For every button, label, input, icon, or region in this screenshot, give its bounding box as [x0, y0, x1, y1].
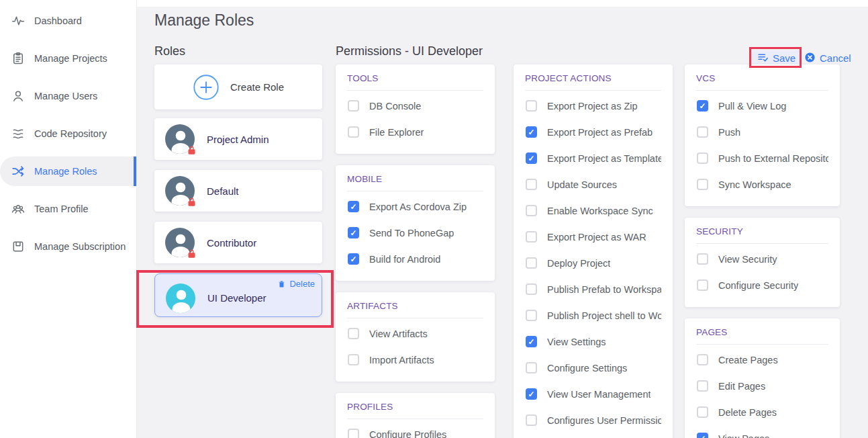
- stack-icon: [11, 127, 25, 140]
- sidebar-item-manage-projects[interactable]: Manage Projects: [0, 45, 136, 72]
- permission-label: Edit Pages: [718, 381, 765, 392]
- checkbox-configure-security[interactable]: [697, 279, 708, 291]
- permission-row-export-project-as-zip: Export Project as Zip: [525, 93, 661, 119]
- checkbox-publish-project-shell-to-wor[interactable]: [526, 310, 537, 321]
- checkbox-view-security[interactable]: [697, 253, 708, 265]
- permission-label: Export As Cordova Zip: [369, 202, 467, 212]
- create-role-label: Create Role: [230, 81, 284, 93]
- checkbox-export-project-as-zip[interactable]: [526, 100, 537, 112]
- sidebar-item-manage-subscription[interactable]: Manage Subscription: [0, 233, 136, 260]
- sidebar-item-code-repository[interactable]: Code Repository: [0, 120, 136, 147]
- permission-label: Pull & View Log: [718, 101, 786, 112]
- sidebar-item-dashboard[interactable]: Dashboard: [0, 7, 136, 34]
- permission-label: Publish Project shell to Wor.: [547, 310, 661, 321]
- plus-circle-icon: [193, 74, 220, 101]
- lock-icon: [187, 249, 197, 259]
- delete-role-button[interactable]: Delete: [277, 279, 315, 289]
- checkbox-push[interactable]: [697, 126, 708, 138]
- permissions-heading: Permissions - UI Developer: [336, 44, 483, 58]
- permission-row-publish-project-shell-to-wor: Publish Project shell to Wor.: [525, 302, 661, 328]
- permission-row-edit-pages: Edit Pages: [696, 373, 828, 399]
- permission-label: View User Management: [547, 389, 650, 400]
- sidebar-item-manage-users[interactable]: Manage Users: [0, 83, 136, 110]
- checkbox-view-user-management[interactable]: ✓: [526, 388, 537, 400]
- checkbox-publish-prefab-to-workspace[interactable]: [526, 283, 537, 295]
- checkbox-view-settings[interactable]: ✓: [526, 336, 537, 347]
- sidebar: DashboardManage ProjectsManage UsersCode…: [0, 0, 137, 438]
- role-card-default[interactable]: Default: [154, 170, 322, 212]
- checkbox-build-for-android[interactable]: ✓: [348, 253, 359, 265]
- permission-row-file-explorer: File Explorer: [347, 119, 483, 145]
- sidebar-item-label: Dashboard: [34, 15, 82, 26]
- checkbox-configure-settings[interactable]: [526, 362, 537, 374]
- permission-group-header: VCS: [696, 73, 828, 91]
- create-role-button[interactable]: Create Role: [154, 64, 322, 110]
- sidebar-item-team-profile[interactable]: Team Profile: [0, 195, 136, 222]
- permission-label: Export Project as WAR: [547, 232, 646, 243]
- checkbox-pull-view-log[interactable]: ✓: [697, 100, 708, 112]
- permission-label: File Explorer: [369, 127, 424, 138]
- permission-row-configures-user-permissions: Configures User Permissions: [525, 407, 661, 433]
- checkbox-db-console[interactable]: [348, 100, 359, 112]
- checkbox-export-project-as-template[interactable]: ✓: [526, 152, 537, 164]
- checkbox-view-pages[interactable]: ✓: [697, 433, 708, 438]
- role-name: Contributor: [207, 237, 256, 249]
- checkbox-delete-pages[interactable]: [697, 406, 708, 418]
- role-card-ui-developer[interactable]: UI DeveloperDelete: [154, 273, 322, 317]
- permission-group-profiles: PROFILESConfigure Profiles: [336, 393, 495, 438]
- permission-group-header: MOBILE: [347, 174, 483, 191]
- permission-label: Push: [718, 127, 740, 138]
- cancel-button[interactable]: Cancel: [804, 50, 851, 66]
- checkbox-configure-profiles[interactable]: [348, 429, 359, 438]
- shuffle-icon: [11, 165, 25, 178]
- permission-group-pages: PAGESCreate PagesEdit PagesDelete Pages✓…: [685, 318, 840, 438]
- checkbox-enable-workspace-sync[interactable]: [526, 205, 537, 216]
- checkbox-sync-workspace[interactable]: [697, 179, 708, 190]
- permission-label: Update Sources: [547, 179, 617, 190]
- checkbox-export-as-cordova-zip[interactable]: ✓: [348, 201, 359, 212]
- permission-group-header: TOOLS: [347, 73, 483, 91]
- main-content: Manage Roles Roles Permissions - UI Deve…: [137, 0, 868, 438]
- permission-label: Create Pages: [718, 355, 778, 365]
- permission-row-sync-workspace: Sync Workspace: [696, 171, 828, 198]
- checkbox-import-artifacts[interactable]: [348, 354, 359, 365]
- role-name: Default: [207, 185, 239, 197]
- permission-row-enable-workspace-sync: Enable Workspace Sync: [525, 198, 661, 224]
- checkbox-view-artifacts[interactable]: [348, 328, 359, 339]
- checkbox-create-pages[interactable]: [697, 354, 708, 365]
- permission-label: Build for Android: [369, 254, 440, 265]
- people-icon: [11, 202, 25, 216]
- checkbox-file-explorer[interactable]: [348, 126, 359, 138]
- checkbox-edit-pages[interactable]: [697, 380, 708, 392]
- checkbox-deploy-project[interactable]: [526, 257, 537, 269]
- permission-label: Enable Workspace Sync: [547, 206, 653, 216]
- save-button[interactable]: Save: [753, 50, 800, 66]
- permission-row-export-project-as-prefab: ✓Export Project as Prefab: [525, 119, 661, 145]
- checkbox-configures-user-permissions[interactable]: [526, 414, 537, 426]
- activity-icon: [11, 14, 25, 28]
- permissions-column-2: PROJECT ACTIONSExport Project as Zip✓Exp…: [514, 64, 673, 438]
- avatar: [166, 283, 195, 313]
- permission-row-view-settings: ✓View Settings: [525, 328, 661, 355]
- sidebar-item-label: Manage Subscription: [34, 241, 126, 252]
- permission-group-header: PROFILES: [347, 402, 483, 419]
- permission-label: View Artifacts: [369, 328, 428, 339]
- checkbox-export-project-as-war[interactable]: [526, 231, 537, 243]
- role-card-contributor[interactable]: Contributor: [154, 222, 322, 263]
- checkbox-send-to-phonegap[interactable]: ✓: [348, 227, 359, 238]
- permission-group-header: SECURITY: [696, 226, 828, 244]
- sidebar-item-manage-roles[interactable]: Manage Roles: [0, 157, 136, 186]
- checkbox-export-project-as-prefab[interactable]: ✓: [526, 126, 537, 138]
- permission-label: Publish Prefab to Workspace: [547, 284, 661, 295]
- permission-label: Configure Settings: [547, 363, 627, 374]
- checkbox-push-to-external-repository[interactable]: [697, 152, 708, 164]
- sidebar-item-label: Manage Projects: [34, 53, 107, 64]
- save-label: Save: [773, 52, 795, 64]
- permission-label: DB Console: [369, 101, 421, 112]
- role-card-project-admin[interactable]: Project Admin: [154, 118, 322, 160]
- checkbox-update-sources[interactable]: [526, 179, 537, 190]
- sidebar-item-label: Manage Users: [34, 91, 97, 101]
- permission-row-update-sources: Update Sources: [525, 171, 661, 198]
- permission-group-tools: TOOLSDB ConsoleFile Explorer: [336, 64, 495, 154]
- permission-row-db-console: DB Console: [347, 93, 483, 119]
